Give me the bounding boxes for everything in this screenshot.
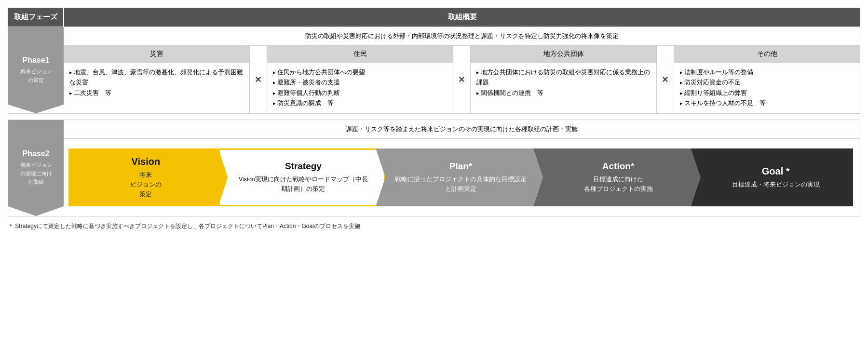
phase2-section: Phase2 将来ビジョン の実現に向け た取組 課題・リスク等を踏まえた将来ビ… [8, 120, 860, 216]
list-item: 関係機関との連携 等 [476, 88, 651, 98]
arrow-body-strategy: Vision実現に向けた戦略やロードマップ（中長期計画）の策定 [236, 175, 371, 194]
list-item: 防災意識の醸成 等 [273, 98, 447, 108]
category-header-0: 災害 [64, 46, 249, 63]
category-col-2: 地方公共団体地方公共団体における防災の取組や災害対応に係る業務上の課題関係機関と… [471, 46, 657, 113]
category-col-0: 災害地震、台風、津波、豪雪等の激甚化、頻発化による予測困難な災害二次災害 等 [64, 46, 250, 113]
phase1-col: Phase1 将来ビジョン の策定 [8, 27, 64, 113]
category-body-1: 住民から地方公共団体への要望避難所・被災者の支援避難等個人行動の判断防災意識の醸… [267, 63, 453, 113]
category-body-2: 地方公共団体における防災の取組や災害対応に係る業務上の課題関係機関との連携 等 [471, 63, 656, 103]
phase1-desc: 将来ビジョン の策定 [20, 67, 52, 84]
list-item: 縦割り等組織上の弊害 [680, 88, 854, 98]
arrow-action: Action*目標達成に向けた 各種プロジェクトの実施 [533, 148, 701, 206]
category-body-0: 地震、台風、津波、豪雪等の激甚化、頻発化による予測困難な災害二次災害 等 [64, 63, 249, 103]
cross-symbol-3: × [657, 46, 674, 113]
header-row: 取組フェーズ 取組概要 [8, 8, 860, 27]
arrow-goal: Goal *目標達成・将来ビジョンの実現 [691, 148, 853, 206]
header-phase-label: 取組フェーズ [8, 8, 63, 27]
phase2-col: Phase2 将来ビジョン の実現に向け た取組 [8, 120, 64, 216]
arrow-vision: Vision将来 ビジョンの 策定 [68, 148, 228, 206]
list-item: 住民から地方公共団体への要望 [273, 67, 447, 78]
arrow-title-goal: Goal * [762, 166, 790, 177]
arrow-body-goal: 目標達成・将来ビジョンの実現 [732, 180, 820, 189]
phase1-section: Phase1 将来ビジョン の策定 防災の取組や災害対応における外部・内部環境等… [8, 27, 860, 114]
list-item: スキルを持つ人材の不足 等 [680, 98, 854, 108]
arrow-body-vision: 将来 ビジョンの 策定 [130, 170, 162, 199]
phase1-overview-text: 防災の取組や災害対応における外部・内部環境等の状況整理と課題・リスクを特定し防災… [64, 27, 860, 46]
arrow-title-strategy: Strategy [285, 161, 322, 172]
phase2-desc: 将来ビジョン の実現に向け た取組 [20, 161, 52, 187]
arrow-strategy: StrategyVision実現に向けた戦略やロードマップ（中長期計画）の策定 [218, 148, 386, 206]
list-item: 二次災害 等 [69, 88, 244, 98]
arrow-body-action: 目標達成に向けた 各種プロジェクトの実施 [584, 175, 653, 194]
arrow-title-vision: Vision [131, 156, 160, 167]
category-col-1: 住民住民から地方公共団体への要望避難所・被災者の支援避難等個人行動の判断防災意識… [267, 46, 453, 113]
phase2-name: Phase2 [22, 149, 49, 158]
list-item: 避難所・被災者の支援 [273, 78, 447, 88]
list-item: 地方公共団体における防災の取組や災害対応に係る業務上の課題 [476, 67, 651, 88]
category-body-3: 法制度やルール等の整備防災対応資金の不足縦割り等組織上の弊害スキルを持つ人材の不… [674, 63, 860, 113]
arrow-title-action: Action* [602, 161, 635, 172]
category-header-2: 地方公共団体 [471, 46, 656, 63]
cross-symbol-1: × [250, 46, 267, 113]
list-item: 法制度やルール等の整備 [680, 67, 854, 78]
header-overview-label: 取組概要 [63, 8, 860, 27]
phase1-content: 防災の取組や災害対応における外部・内部環境等の状況整理と課題・リスクを特定し防災… [64, 27, 860, 113]
category-header-1: 住民 [267, 46, 453, 63]
phase2-arrows-row: Vision将来 ビジョンの 策定StrategyVision実現に向けた戦略や… [64, 139, 860, 216]
list-item: 防災対応資金の不足 [680, 78, 854, 88]
arrow-plan: Plan*戦略に沿ったプロジェクトの具体的な目標設定と計画策定 [376, 148, 543, 206]
phase2-content: 課題・リスク等を踏まえた将来ビジョンのその実現に向けた各種取組の計画・実施 Vi… [64, 120, 860, 216]
phase1-categories-grid: 災害地震、台風、津波、豪雪等の激甚化、頻発化による予測困難な災害二次災害 等×住… [64, 46, 860, 113]
footnote-text: ＊ Strategyにて策定した戦略に基づき実施すべきプロジェクトを設定し、各プ… [8, 222, 860, 230]
arrow-title-plan: Plan* [449, 161, 473, 172]
phase1-name: Phase1 [22, 56, 49, 65]
arrow-body-plan: 戦略に沿ったプロジェクトの具体的な目標設定と計画策定 [393, 175, 529, 194]
phase2-overview-text: 課題・リスク等を踏まえた将来ビジョンのその実現に向けた各種取組の計画・実施 [64, 120, 860, 139]
cross-symbol-2: × [453, 46, 471, 113]
list-item: 地震、台風、津波、豪雪等の激甚化、頻発化による予測困難な災害 [69, 67, 244, 88]
list-item: 避難等個人行動の判断 [273, 88, 447, 98]
category-col-3: その他法制度やルール等の整備防災対応資金の不足縦割り等組織上の弊害スキルを持つ人… [674, 46, 860, 113]
category-header-3: その他 [674, 46, 860, 63]
